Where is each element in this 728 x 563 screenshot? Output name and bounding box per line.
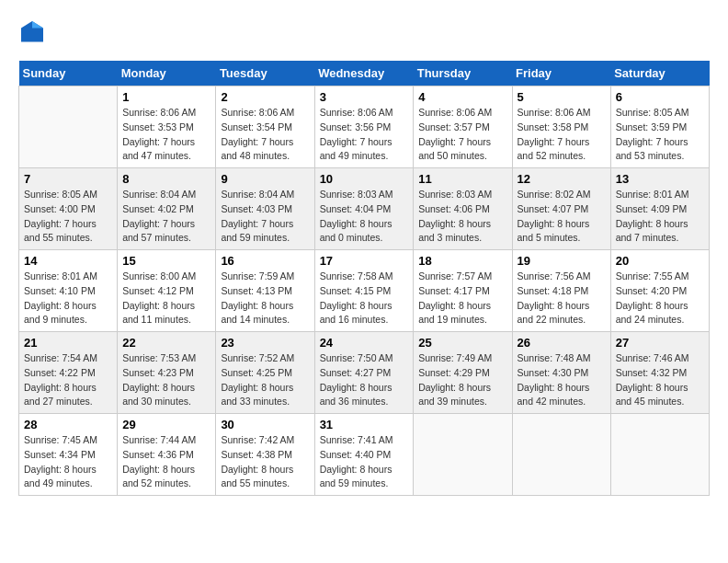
calendar-week-row: 28 Sunrise: 7:45 AM Sunset: 4:34 PM Dayl… xyxy=(19,414,710,496)
sunrise-text: Sunrise: 7:45 AM xyxy=(24,434,97,445)
sunrise-text: Sunrise: 7:42 AM xyxy=(221,434,294,445)
sunrise-text: Sunrise: 7:56 AM xyxy=(518,270,591,282)
calendar-day-cell: 31 Sunrise: 7:41 AM Sunset: 4:40 PM Dayl… xyxy=(314,414,414,496)
sunrise-text: Sunrise: 8:04 AM xyxy=(221,189,294,200)
page-header xyxy=(18,18,710,46)
sunset-text: Sunset: 4:06 PM xyxy=(418,203,490,214)
day-info: Sunrise: 8:06 AM Sunset: 3:53 PM Dayligh… xyxy=(122,106,210,164)
day-info: Sunrise: 8:04 AM Sunset: 4:03 PM Dayligh… xyxy=(221,188,309,246)
sunset-text: Sunset: 4:36 PM xyxy=(122,449,194,460)
sunset-text: Sunset: 4:00 PM xyxy=(24,203,96,214)
daylight-text: Daylight: 8 hours and 22 minutes. xyxy=(518,300,590,326)
sunrise-text: Sunrise: 8:06 AM xyxy=(418,107,492,118)
sunset-text: Sunset: 4:10 PM xyxy=(24,285,96,296)
sunset-text: Sunset: 3:54 PM xyxy=(221,121,292,132)
day-info: Sunrise: 7:59 AM Sunset: 4:13 PM Dayligh… xyxy=(221,270,309,327)
sunset-text: Sunset: 4:25 PM xyxy=(221,367,292,378)
calendar-day-cell: 30 Sunrise: 7:42 AM Sunset: 4:38 PM Dayl… xyxy=(216,414,314,496)
sunrise-text: Sunrise: 7:49 AM xyxy=(418,352,492,363)
sunset-text: Sunset: 4:12 PM xyxy=(122,285,194,296)
sunset-text: Sunset: 4:20 PM xyxy=(616,285,688,296)
sunrise-text: Sunrise: 7:48 AM xyxy=(518,352,591,363)
day-number: 27 xyxy=(616,336,704,350)
day-number: 18 xyxy=(418,254,506,268)
day-info: Sunrise: 7:58 AM Sunset: 4:15 PM Dayligh… xyxy=(320,270,409,327)
day-number: 12 xyxy=(518,172,606,186)
daylight-text: Daylight: 7 hours and 55 minutes. xyxy=(24,218,97,244)
calendar-day-cell xyxy=(19,86,118,168)
day-number: 25 xyxy=(418,336,506,350)
calendar-day-cell: 7 Sunrise: 8:05 AM Sunset: 4:00 PM Dayli… xyxy=(19,168,118,250)
sunrise-text: Sunrise: 8:05 AM xyxy=(616,107,689,118)
daylight-text: Daylight: 7 hours and 52 minutes. xyxy=(518,136,590,162)
calendar-day-cell: 23 Sunrise: 7:52 AM Sunset: 4:25 PM Dayl… xyxy=(216,332,314,414)
daylight-text: Daylight: 8 hours and 39 minutes. xyxy=(418,382,491,408)
day-number: 30 xyxy=(221,418,309,431)
day-number: 22 xyxy=(122,336,210,350)
calendar-day-cell xyxy=(512,414,610,496)
daylight-text: Daylight: 8 hours and 24 minutes. xyxy=(616,300,688,326)
day-info: Sunrise: 7:50 AM Sunset: 4:27 PM Dayligh… xyxy=(320,351,409,409)
calendar-day-cell: 5 Sunrise: 8:06 AM Sunset: 3:58 PM Dayli… xyxy=(512,86,610,168)
daylight-text: Daylight: 8 hours and 33 minutes. xyxy=(221,382,293,408)
daylight-text: Daylight: 7 hours and 48 minutes. xyxy=(221,136,293,162)
sunrise-text: Sunrise: 8:05 AM xyxy=(24,189,97,200)
day-info: Sunrise: 8:02 AM Sunset: 4:07 PM Dayligh… xyxy=(518,188,606,246)
calendar-day-cell: 19 Sunrise: 7:56 AM Sunset: 4:18 PM Dayl… xyxy=(512,250,610,332)
day-info: Sunrise: 7:44 AM Sunset: 4:36 PM Dayligh… xyxy=(122,433,210,491)
calendar-week-row: 1 Sunrise: 8:06 AM Sunset: 3:53 PM Dayli… xyxy=(19,86,710,168)
calendar-day-header: Sunday xyxy=(19,61,118,86)
calendar-day-cell: 24 Sunrise: 7:50 AM Sunset: 4:27 PM Dayl… xyxy=(314,332,414,414)
sunset-text: Sunset: 4:09 PM xyxy=(616,203,688,214)
day-number: 6 xyxy=(616,90,704,104)
sunrise-text: Sunrise: 7:52 AM xyxy=(221,352,294,363)
calendar-day-cell: 1 Sunrise: 8:06 AM Sunset: 3:53 PM Dayli… xyxy=(118,86,216,168)
day-number: 21 xyxy=(24,336,112,350)
sunrise-text: Sunrise: 7:44 AM xyxy=(122,434,196,445)
day-info: Sunrise: 8:03 AM Sunset: 4:06 PM Dayligh… xyxy=(418,188,506,246)
calendar-day-cell: 25 Sunrise: 7:49 AM Sunset: 4:29 PM Dayl… xyxy=(414,332,512,414)
day-number: 16 xyxy=(221,254,309,268)
calendar-week-row: 14 Sunrise: 8:01 AM Sunset: 4:10 PM Dayl… xyxy=(19,250,710,332)
sunset-text: Sunset: 4:03 PM xyxy=(221,203,292,214)
daylight-text: Daylight: 7 hours and 49 minutes. xyxy=(320,136,392,162)
day-info: Sunrise: 7:52 AM Sunset: 4:25 PM Dayligh… xyxy=(221,351,309,409)
calendar-day-cell: 8 Sunrise: 8:04 AM Sunset: 4:02 PM Dayli… xyxy=(118,168,216,250)
sunrise-text: Sunrise: 8:02 AM xyxy=(518,189,591,200)
sunset-text: Sunset: 3:59 PM xyxy=(616,121,688,132)
day-info: Sunrise: 7:45 AM Sunset: 4:34 PM Dayligh… xyxy=(24,433,112,491)
sunset-text: Sunset: 4:18 PM xyxy=(518,285,589,296)
calendar-day-cell: 10 Sunrise: 8:03 AM Sunset: 4:04 PM Dayl… xyxy=(314,168,414,250)
sunrise-text: Sunrise: 7:41 AM xyxy=(320,434,393,445)
calendar-day-cell: 28 Sunrise: 7:45 AM Sunset: 4:34 PM Dayl… xyxy=(19,414,118,496)
logo xyxy=(18,18,50,46)
day-number: 2 xyxy=(221,90,309,104)
calendar-day-cell: 20 Sunrise: 7:55 AM Sunset: 4:20 PM Dayl… xyxy=(610,250,709,332)
day-info: Sunrise: 8:01 AM Sunset: 4:09 PM Dayligh… xyxy=(616,188,704,246)
daylight-text: Daylight: 8 hours and 59 minutes. xyxy=(320,464,392,489)
day-number: 3 xyxy=(320,90,409,104)
daylight-text: Daylight: 8 hours and 42 minutes. xyxy=(518,382,590,408)
day-info: Sunrise: 7:42 AM Sunset: 4:38 PM Dayligh… xyxy=(221,433,309,491)
calendar-day-header: Friday xyxy=(512,61,610,86)
calendar-table: SundayMondayTuesdayWednesdayThursdayFrid… xyxy=(18,61,710,496)
calendar-day-cell: 18 Sunrise: 7:57 AM Sunset: 4:17 PM Dayl… xyxy=(414,250,512,332)
svg-marker-1 xyxy=(32,21,43,29)
day-number: 14 xyxy=(24,254,112,268)
sunrise-text: Sunrise: 7:50 AM xyxy=(320,352,393,363)
day-number: 31 xyxy=(320,418,409,431)
day-info: Sunrise: 7:56 AM Sunset: 4:18 PM Dayligh… xyxy=(518,270,606,327)
calendar-day-cell: 26 Sunrise: 7:48 AM Sunset: 4:30 PM Dayl… xyxy=(512,332,610,414)
calendar-week-row: 7 Sunrise: 8:05 AM Sunset: 4:00 PM Dayli… xyxy=(19,168,710,250)
calendar-day-header: Wednesday xyxy=(314,61,414,86)
day-info: Sunrise: 8:06 AM Sunset: 3:56 PM Dayligh… xyxy=(320,106,409,164)
day-number: 24 xyxy=(320,336,409,350)
sunset-text: Sunset: 4:30 PM xyxy=(518,367,589,378)
sunrise-text: Sunrise: 8:06 AM xyxy=(221,107,294,118)
day-number: 4 xyxy=(418,90,506,104)
daylight-text: Daylight: 8 hours and 16 minutes. xyxy=(320,300,392,326)
sunrise-text: Sunrise: 7:58 AM xyxy=(320,270,393,282)
daylight-text: Daylight: 8 hours and 14 minutes. xyxy=(221,300,293,326)
calendar-day-cell: 27 Sunrise: 7:46 AM Sunset: 4:32 PM Dayl… xyxy=(610,332,709,414)
daylight-text: Daylight: 7 hours and 47 minutes. xyxy=(122,136,195,162)
